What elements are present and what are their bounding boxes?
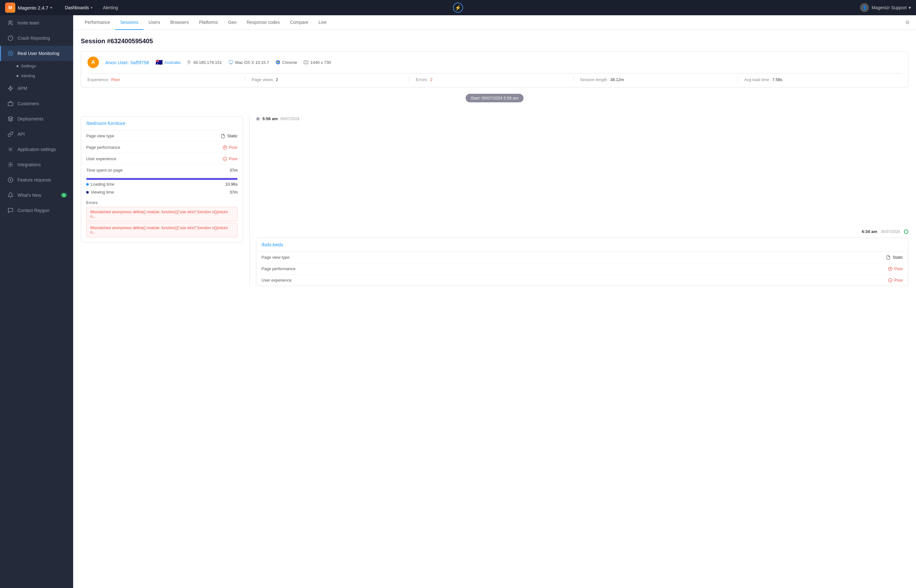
sidebar-item-app-settings[interactable]: Application settings <box>0 142 73 157</box>
sub-dot-settings <box>16 65 18 67</box>
deployments-icon <box>7 116 14 122</box>
top-nav: M Magento 2.4.7 ▾ Dashboards ▾ Alerting … <box>0 0 916 15</box>
lightning-icon[interactable]: ⚡ <box>453 3 463 13</box>
user-card-top: A Anon User: 5af5f758 🇦🇺 Australia 49.18… <box>87 57 902 68</box>
chrome-icon <box>275 60 280 65</box>
time-bar-container <box>81 176 243 181</box>
app-name[interactable]: Magento 2.4.7 ▾ <box>18 5 52 10</box>
document-icon <box>221 134 225 138</box>
apm-icon <box>7 85 14 92</box>
errors-label: Errors <box>86 200 238 205</box>
start-badge: Start: 05/07/2024 5:56 am <box>466 94 524 102</box>
svg-point-8 <box>10 149 11 150</box>
page-card-1-header: /bedroom-furniture <box>81 117 243 130</box>
p2-user-experience-row: User experience Poor <box>256 275 908 286</box>
app-settings-icon <box>7 146 14 153</box>
p2-page-view-type-row: Page view type Static <box>256 252 908 263</box>
sidebar-item-invite-team[interactable]: Invite team <box>0 15 73 31</box>
page-card-2-header: /kids-beds <box>256 238 908 252</box>
performance-poor-icon <box>223 145 227 150</box>
viewing-dot-icon <box>86 191 89 194</box>
settings-icon[interactable]: ⚙ <box>905 19 910 26</box>
page-performance-value-group: Poor <box>223 145 238 150</box>
p2-page-performance-value: Poor <box>894 267 903 271</box>
dashboards-chevron-icon: ▾ <box>91 6 92 10</box>
tab-sessions[interactable]: Sessions <box>115 15 144 30</box>
sidebar-customers-label: Customers <box>18 101 39 106</box>
tab-response-codes[interactable]: Response codes <box>241 15 285 30</box>
error-item-2[interactable]: Mismatched anonymous define() module: fu… <box>86 223 238 237</box>
page-view-type-row: Page view type Static <box>81 130 243 142</box>
nav-dashboards[interactable]: Dashboards ▾ <box>60 0 98 15</box>
svg-marker-6 <box>8 86 13 91</box>
stat-errors: Errors 2 <box>416 77 573 82</box>
user-card-stats: Experience Poor Page views 2 Errors 2 Se… <box>87 73 902 82</box>
sidebar-feature-requests-label: Feature requests <box>18 177 51 183</box>
page-url-2[interactable]: /kids-beds <box>261 242 283 247</box>
rum-icon <box>7 50 14 57</box>
experience-poor-icon <box>223 157 227 161</box>
session-length-value: 38.12m <box>610 77 624 82</box>
sidebar-item-integrations[interactable]: Integrations <box>0 157 73 172</box>
user-name[interactable]: Magenizr Support ▾ <box>871 5 911 10</box>
page-performance-label: Page performance <box>86 145 120 150</box>
page-url-1[interactable]: /bedroom-furniture <box>86 120 125 126</box>
sidebar-item-feature-requests[interactable]: Feature requests <box>0 172 73 187</box>
sidebar-item-rum[interactable]: Real User Monitoring <box>0 46 73 61</box>
sidebar-invite-team-label: Invite team <box>18 20 39 26</box>
sidebar-item-settings[interactable]: Settings <box>0 61 73 71</box>
nav-alerting[interactable]: Alerting <box>98 0 123 15</box>
avg-load-value: 7.58s <box>772 77 782 82</box>
tab-live[interactable]: Live <box>313 15 332 30</box>
country-flag-icon: 🇦🇺 <box>155 59 162 66</box>
svg-point-5 <box>10 53 11 54</box>
sidebar-item-alerting-sub[interactable]: Alerting <box>0 71 73 81</box>
start-badge-wrapper: Start: 05/07/2024 5:56 am <box>81 94 908 109</box>
stat-experience: Experience Poor <box>87 77 245 82</box>
user-name-link[interactable]: Anon User: 5af5f758 <box>105 60 149 65</box>
api-icon <box>7 131 14 137</box>
timestamp-1-date: 05/07/2024 <box>280 117 299 121</box>
sidebar-item-deployments[interactable]: Deployments <box>0 111 73 126</box>
p2-page-performance-row: Page performance Poor <box>256 263 908 275</box>
tab-geo[interactable]: Geo <box>223 15 241 30</box>
tab-platforms[interactable]: Platforms <box>194 15 223 30</box>
timestamp-1-time: 5:56 am <box>262 116 278 121</box>
viewing-time-row: Viewing time 37m <box>81 190 243 198</box>
stat-session-length: Session length 38.12m <box>580 77 738 82</box>
page-view-type-value: Static <box>227 134 238 138</box>
tab-compare[interactable]: Compare <box>285 15 314 30</box>
page-performance-value: Poor <box>229 145 238 150</box>
svg-rect-7 <box>8 102 13 106</box>
error-item-1[interactable]: Mismatched anonymous define() module: fu… <box>86 207 238 221</box>
sidebar-item-crash-reporting[interactable]: Crash Reporting <box>0 31 73 46</box>
tab-performance[interactable]: Performance <box>79 15 115 30</box>
user-avatar: A <box>87 57 99 68</box>
loading-viewing-row: Loading time 10.96s <box>81 181 243 190</box>
timestamp-2-row: 6:34 am 05/07/2024 <box>256 229 908 234</box>
timestamp-2-date: 05/07/2024 <box>881 229 900 234</box>
user-experience-value: Poor <box>229 157 238 161</box>
sidebar-item-contact-raygun[interactable]: Contact Raygun <box>0 203 73 218</box>
svg-rect-17 <box>304 61 308 64</box>
tab-browsers[interactable]: Browsers <box>165 15 194 30</box>
session-title: Session #632400595405 <box>81 37 908 45</box>
page-card-2: /kids-beds Page view type Static <box>256 238 908 286</box>
page-view-type-label: Page view type <box>86 134 114 138</box>
sidebar-contact-raygun-label: Contact Raygun <box>18 208 49 213</box>
sidebar-item-apm[interactable]: APM <box>0 81 73 96</box>
user-ip: 49.185.179.151 <box>187 60 222 65</box>
p2-page-view-type-value-group: Static <box>886 255 903 260</box>
sidebar-item-customers[interactable]: Customers <box>0 96 73 111</box>
sidebar-item-whats-new[interactable]: What's New 1 <box>0 187 73 203</box>
loading-time-item: Loading time <box>86 182 114 187</box>
p2-performance-poor-icon <box>888 267 892 271</box>
sub-dot-alerting <box>16 75 18 77</box>
user-experience-row: User experience Poor <box>81 153 243 165</box>
country-link[interactable]: Australia <box>164 60 181 65</box>
page-performance-row: Page performance Poor <box>81 142 243 153</box>
tab-users[interactable]: Users <box>144 15 165 30</box>
sidebar-api-label: API <box>18 132 25 137</box>
sidebar-item-api[interactable]: API <box>0 126 73 142</box>
location-icon <box>187 60 191 65</box>
